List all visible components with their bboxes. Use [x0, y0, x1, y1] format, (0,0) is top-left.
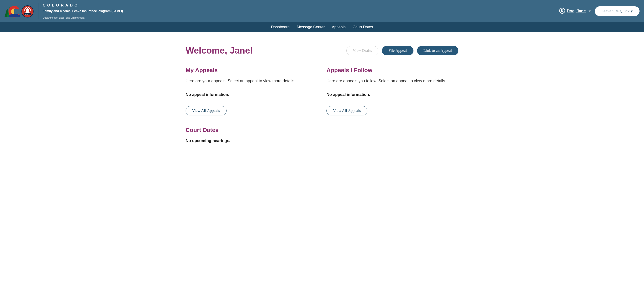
nav-appeals[interactable]: Appeals: [332, 25, 346, 29]
svg-text:CDLE: CDLE: [25, 14, 30, 15]
court-dates-empty: No upcoming hearings.: [186, 138, 458, 143]
brand-title: COLORADO: [43, 3, 123, 8]
header-right: Doe, Jane Leave Site Quickly: [559, 6, 640, 16]
chevron-down-icon: [588, 11, 591, 12]
file-appeal-button[interactable]: File Appeal: [382, 46, 413, 55]
my-appeals-empty: No appeal information.: [186, 92, 318, 97]
user-icon: [559, 8, 565, 15]
my-appeals-heading: My Appeals: [186, 67, 318, 74]
brand-rule: [43, 15, 85, 15]
nav-dashboard[interactable]: Dashboard: [271, 25, 290, 29]
cdle-logo-icon: CDLE: [22, 5, 34, 18]
brand-divider: [38, 3, 38, 19]
main-content: Welcome, Jane! View Drafts File Appeal L…: [181, 32, 463, 161]
colorado-logo-icon: [4, 4, 20, 18]
followed-appeals-section: Appeals I Follow Here are appeals you fo…: [326, 67, 458, 115]
leave-site-button[interactable]: Leave Site Quickly: [595, 6, 640, 16]
user-name: Doe, Jane: [567, 9, 586, 14]
brand-subtitle: Family and Medical Leave Insurance Progr…: [43, 9, 123, 13]
followed-appeals-heading: Appeals I Follow: [326, 67, 458, 74]
welcome-heading: Welcome, Jane!: [186, 46, 253, 56]
view-drafts-button: View Drafts: [346, 46, 378, 55]
brand-department: Department of Labor and Employment: [43, 16, 123, 19]
top-header: CDLE COLORADO Family and Medical Leave I…: [0, 0, 644, 22]
followed-appeals-view-all-button[interactable]: View All Appeals: [326, 106, 368, 115]
nav-court-dates[interactable]: Court Dates: [353, 25, 373, 29]
main-nav: Dashboard Message Center Appeals Court D…: [0, 22, 644, 32]
action-button-group: View Drafts File Appeal Link to an Appea…: [346, 46, 458, 55]
nav-message-center[interactable]: Message Center: [297, 25, 325, 29]
logo-group: CDLE: [4, 4, 34, 18]
svg-rect-4: [14, 9, 20, 14]
user-menu[interactable]: Doe, Jane: [559, 8, 591, 15]
my-appeals-view-all-button[interactable]: View All Appeals: [186, 106, 226, 115]
welcome-row: Welcome, Jane! View Drafts File Appeal L…: [186, 46, 458, 56]
link-to-appeal-button[interactable]: Link to an Appeal: [417, 46, 458, 55]
appeals-sections: My Appeals Here are your appeals. Select…: [186, 67, 458, 115]
my-appeals-section: My Appeals Here are your appeals. Select…: [186, 67, 318, 115]
brand-text: COLORADO Family and Medical Leave Insura…: [43, 3, 123, 19]
svg-point-10: [561, 9, 563, 11]
followed-appeals-desc: Here are appeals you follow. Select an a…: [326, 79, 458, 83]
brand-block: CDLE COLORADO Family and Medical Leave I…: [4, 3, 123, 19]
court-dates-heading: Court Dates: [186, 127, 458, 133]
followed-appeals-empty: No appeal information.: [326, 92, 458, 97]
court-dates-section: Court Dates No upcoming hearings.: [186, 127, 458, 143]
my-appeals-desc: Here are your appeals. Select an appeal …: [186, 79, 318, 83]
